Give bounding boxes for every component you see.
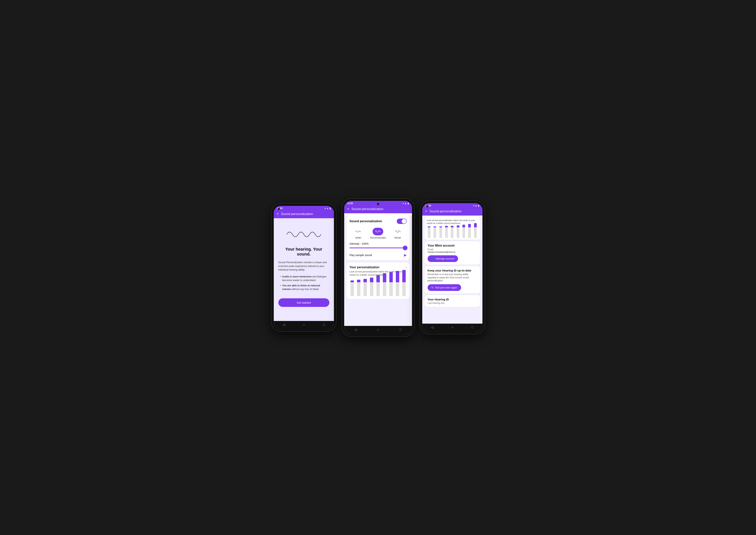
eq-fg-3 — [370, 278, 373, 282]
manage-account-label: Manage account — [436, 257, 454, 260]
eq-bar-7 — [395, 271, 400, 296]
eq-fg-8 — [402, 270, 406, 282]
eq-bar-0 — [350, 280, 355, 296]
screen2-content: Sound personalization — [344, 215, 412, 326]
eq-fg-5 — [383, 273, 386, 282]
bullet-2: • You are able to listen at reduced volu… — [280, 284, 329, 291]
signal-icon-2: ▲ — [405, 202, 407, 205]
nav-bar-3: ◁ ○ □ — [422, 324, 482, 332]
eq-bg-8 — [402, 283, 406, 296]
mini-bar-2 — [438, 226, 443, 238]
nav-back-1[interactable]: ◁ — [283, 323, 285, 326]
get-started-button[interactable]: Get started — [278, 298, 329, 307]
header-title-1: Sound personalization — [281, 212, 313, 216]
hearing-id-title: Keep your Hearing ID up-to-date — [427, 269, 477, 272]
screen1-title: Your hearing. Your sound. — [278, 247, 329, 257]
eq-bar-2 — [363, 279, 368, 296]
close-btn-1[interactable]: × — [277, 212, 279, 216]
wifi-icon-2: ▾ — [403, 202, 404, 205]
eq-bars — [350, 279, 407, 296]
eq-fg-4 — [376, 275, 380, 282]
email-label: Email — [427, 248, 477, 251]
softer-icon — [353, 228, 363, 235]
header-title-3: Sound personalization — [429, 210, 461, 213]
your-hearing-id-title: Your Hearing ID — [427, 298, 477, 301]
battery-icon: ▮ — [330, 207, 331, 210]
status-bar-1: 12:00 ▾ ▲ ▮ — [274, 206, 334, 211]
bullet-1-bold: Audio is more immersive — [282, 275, 312, 278]
play-button[interactable]: ▶ — [404, 253, 407, 257]
sp-header: Sound personalization — [350, 219, 407, 224]
last-hearing-test-label: Last hearing test — [427, 302, 477, 304]
wifi-icon-3: ▾ — [473, 204, 474, 207]
sp-title: Sound personalization — [350, 219, 382, 223]
phone-3: 12:00 ▾ ▲ ▮ × Sound personalization Look… — [420, 201, 485, 334]
phone-1-inner: 12:00 ▾ ▲ ▮ × Sound personalization — [274, 206, 334, 329]
sound-options: Softer Recommended — [350, 228, 407, 239]
eq-bg-2 — [363, 283, 367, 296]
mini-bar-6 — [461, 225, 466, 238]
yp-title: Your personalization — [350, 266, 379, 269]
mini-chart-bars — [427, 226, 478, 238]
phone-3-inner: 12:00 ▾ ▲ ▮ × Sound personalization Look… — [422, 203, 482, 332]
eq-bg-7 — [396, 283, 399, 296]
app-header-1: × Sound personalization — [274, 211, 334, 218]
mimi-account-card: Your Mimi account Email nishant.srivasta… — [424, 241, 480, 265]
mini-bar-3 — [444, 226, 449, 238]
waveform — [285, 228, 323, 241]
signal-icon: ▲ — [327, 207, 329, 210]
hearing-id-card: Keep your Hearing ID up-to-date Remember… — [424, 266, 480, 294]
eq-bar-6 — [388, 272, 394, 296]
mini-bar-5 — [455, 225, 460, 238]
nav-home-1[interactable]: ○ — [303, 323, 305, 326]
status-bar-3: 12:00 ▾ ▲ ▮ — [422, 203, 482, 208]
yp-header: Your personalization › — [350, 266, 407, 269]
eq-bg-0 — [351, 283, 354, 296]
mini-chart-card: Look at how personalization tailors the … — [424, 217, 480, 240]
battery-icon-2: ▮ — [408, 202, 409, 205]
mini-bar-4 — [450, 226, 455, 238]
manage-account-icon: 👤 — [431, 257, 434, 260]
phones-container: 12:00 ▾ ▲ ▮ × Sound personalization — [272, 199, 485, 336]
recommended-label: Recommended — [370, 237, 386, 239]
test-ears-button[interactable]: ↻ Test your ears again — [427, 284, 461, 291]
intensity-label: Intensity - 100% — [350, 242, 407, 245]
test-ears-icon: ↻ — [431, 286, 433, 289]
toggle-knob — [402, 219, 406, 224]
your-hearing-id-card: Your Hearing ID Last hearing test — [424, 295, 480, 307]
hearing-id-desc: Remember to re-test your hearing ability… — [427, 273, 477, 282]
camera-2 — [377, 203, 379, 205]
nav-recent-3[interactable]: □ — [471, 326, 473, 329]
chevron-right-icon[interactable]: › — [405, 266, 406, 269]
nav-home-2[interactable]: ○ — [377, 328, 379, 331]
eq-fg-2 — [363, 279, 367, 282]
phone-2-inner: 12:00 ▾ ▲ ▮ × Sound personalization Soun… — [344, 201, 412, 334]
mini-bar-0 — [427, 226, 432, 238]
screen1-content: Your hearing. Your sound. Sound Personal… — [274, 218, 334, 321]
nav-recent-2[interactable]: □ — [400, 328, 402, 331]
close-btn-2[interactable]: × — [347, 207, 349, 211]
eq-bar-4 — [375, 275, 381, 296]
slider-thumb — [403, 246, 407, 250]
nav-recent-1[interactable]: □ — [323, 323, 325, 326]
nav-home-3[interactable]: ○ — [451, 326, 453, 329]
recommended-option[interactable]: Recommended — [370, 228, 386, 239]
signal-icon-3: ▲ — [475, 204, 477, 207]
status-icons-3: ▾ ▲ ▮ — [473, 204, 480, 207]
play-label: Play sample sound — [350, 254, 372, 257]
nav-back-3[interactable]: ◁ — [431, 325, 433, 329]
nav-back-2[interactable]: ◁ — [355, 328, 357, 331]
eq-bg-1 — [357, 283, 361, 296]
toggle-switch[interactable] — [397, 219, 407, 224]
recommended-icon — [373, 228, 383, 235]
intensity-slider[interactable] — [350, 247, 407, 248]
manage-account-button[interactable]: 👤 Manage account — [427, 255, 458, 262]
camera-3 — [426, 205, 428, 208]
header-title-2: Sound personalization — [351, 207, 383, 211]
richer-label: Richer — [394, 237, 401, 239]
eq-bar-1 — [356, 280, 361, 296]
close-btn-3[interactable]: × — [425, 209, 427, 213]
softer-option[interactable]: Softer — [353, 228, 363, 239]
richer-option[interactable]: Richer — [393, 228, 403, 239]
screen3-content: Look at how personalization tailors the … — [422, 217, 482, 324]
